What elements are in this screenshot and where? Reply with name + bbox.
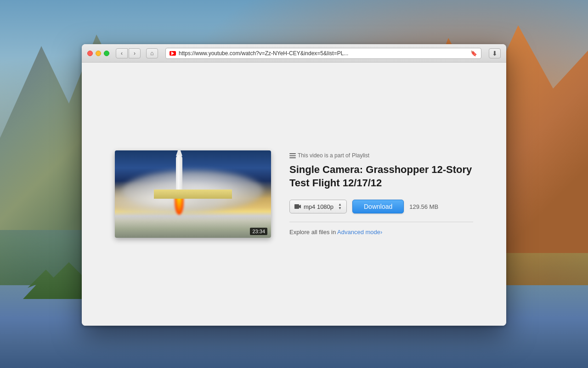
advanced-suffix: › — [380, 229, 382, 236]
download-button[interactable]: Download — [352, 200, 404, 213]
minimize-button[interactable] — [96, 51, 101, 56]
playlist-name-text: Playlist — [352, 152, 369, 159]
advanced-mode-label: Advanced mode — [337, 229, 380, 236]
back-button[interactable]: ‹ — [116, 48, 128, 58]
stepper-down: ▼ — [338, 207, 342, 210]
launchpad-graphic — [154, 190, 232, 199]
playlist-icon — [289, 153, 296, 158]
nav-buttons: ‹ › — [116, 48, 141, 58]
controls-row: mp4 1080p ▲ ▼ Download 129.56 MB — [289, 200, 473, 213]
thumbnail-background — [115, 150, 271, 238]
rocket-graphic — [174, 155, 184, 210]
explore-files-row: Explore all files in Advanced mode› — [289, 229, 473, 236]
forward-button[interactable]: › — [129, 48, 141, 58]
home-button[interactable]: ⌂ — [146, 48, 158, 58]
bookmark-icon[interactable]: 🔖 — [470, 50, 477, 57]
svg-marker-4 — [299, 205, 301, 208]
browser-window: ‹ › ⌂ https://www.youtube.com/watch?v=Zz… — [82, 44, 506, 326]
content-area: 23:34 This video is a part of Playlist S… — [82, 63, 506, 326]
format-label: mp4 1080p — [304, 203, 334, 210]
address-bar[interactable]: https://www.youtube.com/watch?v=Zz-NYeH-… — [165, 48, 481, 59]
svg-rect-1 — [289, 155, 296, 156]
file-size-label: 129.56 MB — [409, 203, 438, 210]
video-duration: 23:34 — [250, 228, 267, 235]
video-card: 23:34 This video is a part of Playlist S… — [115, 150, 473, 238]
fullscreen-button[interactable] — [104, 51, 109, 56]
youtube-favicon — [170, 51, 176, 56]
rocket-body — [176, 155, 182, 194]
url-text: https://www.youtube.com/watch?v=Zz-NYeH-… — [179, 50, 468, 57]
stepper-arrows: ▲ ▼ — [338, 203, 342, 210]
advanced-mode-link[interactable]: Advanced mode› — [337, 229, 382, 236]
download-indicator-button[interactable]: ⬇ — [489, 48, 501, 58]
svg-rect-0 — [289, 153, 296, 154]
video-info-panel: This video is a part of Playlist Single … — [289, 150, 473, 236]
format-video-icon — [294, 204, 301, 209]
title-bar: ‹ › ⌂ https://www.youtube.com/watch?v=Zz… — [82, 44, 506, 63]
traffic-lights — [87, 51, 109, 56]
svg-rect-2 — [289, 157, 296, 158]
playlist-prefix-text: This video is a part of — [298, 152, 350, 159]
close-button[interactable] — [87, 51, 93, 56]
video-title: Single Camera: Grasshopper 12-Story Test… — [289, 163, 473, 190]
divider — [289, 222, 473, 222]
video-thumbnail: 23:34 — [115, 150, 271, 238]
playlist-label: This video is a part of Playlist — [289, 152, 473, 159]
svg-rect-3 — [294, 204, 299, 209]
explore-prefix-text: Explore all files in — [289, 229, 336, 236]
format-selector[interactable]: mp4 1080p ▲ ▼ — [289, 200, 347, 213]
